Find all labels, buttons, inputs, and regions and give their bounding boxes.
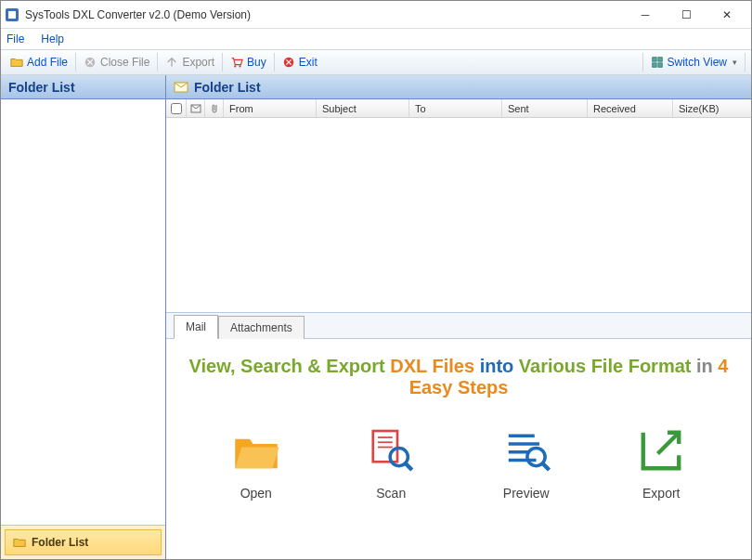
column-headers: From Subject To Sent Received Size(KB) — [166, 99, 751, 118]
svg-line-22 — [542, 463, 549, 470]
tab-attachments[interactable]: Attachments — [218, 316, 305, 339]
add-file-button[interactable]: Add File — [5, 54, 73, 71]
toolbar: Add File Close File Export Buy Exit Swit… — [1, 49, 751, 75]
svg-point-3 — [240, 65, 241, 67]
svg-line-16 — [406, 463, 412, 470]
sidebar-folder-list-button[interactable]: Folder List — [5, 529, 162, 555]
export-button[interactable]: Export — [160, 54, 220, 71]
col-sent[interactable]: Sent — [502, 99, 588, 117]
promo-panel: View, Search & Export DXL Files into Var… — [166, 339, 751, 559]
paperclip-icon — [210, 103, 219, 114]
main-header: Folder List — [166, 75, 751, 99]
folder-tree[interactable] — [1, 99, 165, 526]
buy-button[interactable]: Buy — [225, 54, 272, 71]
export-icon — [165, 56, 178, 69]
svg-rect-5 — [652, 58, 655, 61]
sidebar-footer: Folder List — [1, 526, 165, 559]
step-export: Export — [635, 424, 687, 501]
menu-help[interactable]: Help — [41, 33, 64, 46]
close-icon — [84, 56, 97, 69]
svg-point-2 — [234, 65, 236, 67]
tabs: Mail Attachments — [166, 313, 751, 339]
export-arrow-icon — [635, 424, 687, 476]
svg-rect-7 — [652, 63, 655, 67]
titlebar: SysTools DXL Converter v2.0 (Demo Versio… — [1, 1, 751, 29]
select-all-checkbox[interactable] — [171, 103, 182, 114]
maximize-button[interactable]: ☐ — [666, 2, 707, 28]
window-title: SysTools DXL Converter v2.0 (Demo Versio… — [25, 8, 625, 21]
folder-open-icon — [10, 56, 23, 69]
svg-rect-6 — [657, 58, 661, 61]
mail-grid[interactable] — [166, 118, 751, 313]
svg-rect-8 — [657, 63, 661, 67]
step-open: Open — [230, 424, 282, 501]
open-folder-icon — [230, 424, 282, 476]
close-file-button[interactable]: Close File — [78, 54, 155, 71]
switch-view-button[interactable]: Switch View ▾ — [645, 54, 743, 71]
app-icon — [5, 7, 19, 22]
col-from[interactable]: From — [224, 99, 317, 117]
close-button[interactable]: ✕ — [707, 2, 747, 28]
sidebar: Folder List Folder List — [1, 75, 166, 559]
menu-file[interactable]: File — [6, 33, 24, 46]
content: Folder List Folder List Folder List From… — [1, 75, 751, 559]
col-received[interactable]: Received — [588, 99, 673, 117]
step-scan: Scan — [365, 424, 417, 501]
col-attachment[interactable] — [205, 99, 224, 117]
envelope-icon — [174, 80, 188, 95]
folder-icon — [13, 536, 26, 549]
chevron-down-icon: ▾ — [733, 58, 737, 67]
mail-icon — [190, 103, 201, 114]
tab-mail[interactable]: Mail — [174, 315, 218, 339]
menubar: File Help — [1, 29, 751, 49]
scan-icon — [365, 424, 417, 476]
col-subject[interactable]: Subject — [317, 99, 409, 117]
sidebar-header: Folder List — [1, 75, 165, 99]
exit-icon — [282, 56, 295, 69]
svg-point-21 — [527, 448, 545, 465]
exit-button[interactable]: Exit — [277, 54, 323, 71]
col-size[interactable]: Size(KB) — [673, 99, 751, 117]
col-to[interactable]: To — [409, 99, 502, 117]
main-panel: Folder List From Subject To Sent Receive… — [166, 75, 751, 559]
step-preview: Preview — [500, 424, 552, 501]
cart-icon — [230, 56, 243, 69]
grid-icon — [651, 56, 664, 69]
promo-heading: View, Search & Export DXL Files into Var… — [188, 356, 729, 398]
promo-steps: Open Scan Preview Export — [188, 424, 729, 501]
minimize-button[interactable]: ─ — [625, 2, 666, 28]
col-icon[interactable] — [187, 99, 205, 117]
col-checkbox[interactable] — [166, 99, 187, 117]
preview-icon — [500, 424, 552, 476]
